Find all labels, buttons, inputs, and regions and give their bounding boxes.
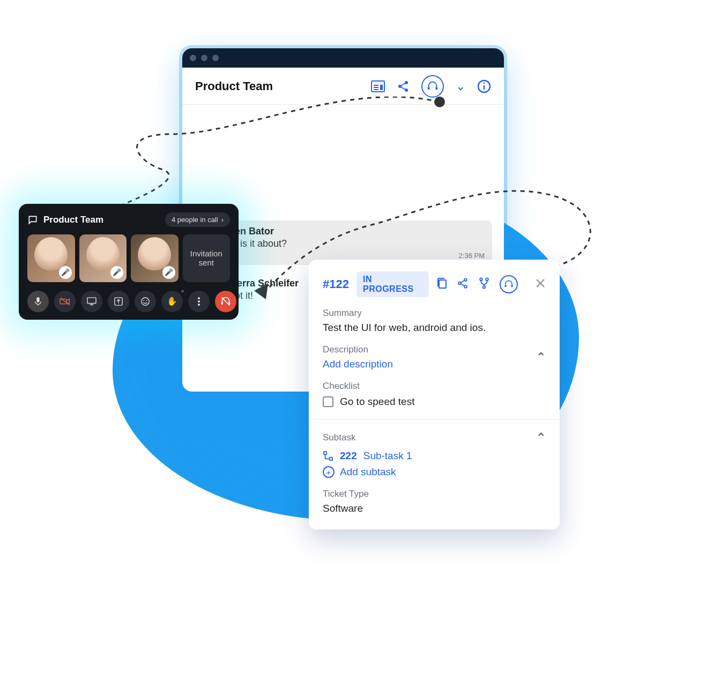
subtask-number: 222 [340, 450, 357, 462]
svg-point-30 [198, 297, 200, 299]
checklist-label: Checklist [323, 381, 546, 392]
mic-icon: 🎤 [162, 266, 175, 279]
svg-rect-8 [380, 85, 383, 90]
svg-rect-49 [324, 452, 326, 454]
subtask-label: Subtask [323, 432, 355, 443]
chevron-up-icon[interactable]: ⌃ [536, 350, 546, 364]
call-status-pill[interactable]: 4 people in call › [165, 212, 230, 227]
svg-point-11 [405, 89, 408, 92]
svg-line-12 [402, 84, 405, 86]
svg-point-29 [146, 300, 147, 301]
ticket-panel: #122 IN PROGRESS Summary Test the UI for… [309, 260, 560, 529]
ticket-id[interactable]: #122 [323, 277, 349, 291]
summary-label: Summary [323, 308, 546, 319]
svg-rect-50 [330, 458, 332, 460]
svg-point-27 [142, 297, 149, 305]
caret-up-icon: ^ [181, 290, 184, 296]
svg-rect-33 [221, 301, 223, 304]
chevron-up-icon[interactable]: ⌃ [536, 431, 546, 445]
participant-tile[interactable]: 🎤 [27, 234, 75, 282]
invitation-label: Invitation sent [183, 249, 231, 267]
window-title: Product Team [195, 79, 273, 93]
mic-icon: 🎤 [110, 266, 123, 279]
checklist-item-text: Go to speed test [340, 396, 414, 408]
checkbox[interactable] [323, 396, 333, 407]
window-header: Product Team ⌄ [182, 68, 504, 105]
call-headset-button[interactable] [421, 75, 444, 98]
svg-line-41 [460, 284, 464, 286]
svg-point-31 [198, 300, 200, 303]
add-subtask-label: Add subtask [340, 466, 396, 478]
svg-point-32 [198, 304, 200, 306]
window-dot [201, 55, 207, 61]
participant-tile[interactable]: 🎤 [79, 234, 127, 282]
svg-line-40 [460, 281, 464, 283]
svg-point-42 [480, 278, 482, 281]
svg-point-44 [483, 286, 486, 289]
svg-rect-45 [505, 285, 507, 288]
upload-button[interactable] [108, 291, 129, 312]
message-author: en Bator [235, 226, 485, 237]
invitation-tile: Invitation sent [183, 234, 231, 282]
plus-icon: + [323, 466, 335, 478]
description-label: Description [323, 344, 393, 355]
mic-icon: 🎤 [59, 266, 72, 279]
camera-off-button[interactable] [54, 291, 76, 312]
copy-icon[interactable] [436, 277, 447, 291]
subtask-row[interactable]: 222 Sub-task 1 [323, 450, 546, 462]
ticket-type-value: Software [323, 503, 546, 514]
add-subtask-button[interactable]: + Add subtask [323, 466, 546, 478]
ticket-status-badge[interactable]: IN PROGRESS [356, 271, 429, 297]
svg-rect-36 [439, 280, 446, 288]
svg-rect-23 [87, 297, 96, 303]
info-icon[interactable] [477, 79, 491, 93]
call-panel: Product Team 4 people in call › 🎤 🎤 🎤 In… [19, 204, 239, 320]
ticket-type-label: Ticket Type [323, 489, 546, 499]
close-icon[interactable] [535, 278, 546, 291]
svg-point-10 [405, 81, 408, 84]
share-icon[interactable] [397, 80, 410, 93]
subtask-icon [323, 451, 333, 461]
participant-tile[interactable]: 🎤 [131, 234, 179, 282]
call-status-text: 4 people in call [172, 216, 218, 224]
svg-point-43 [486, 278, 488, 281]
message-time: 2:36 PM [235, 252, 485, 260]
end-call-button[interactable] [215, 291, 236, 312]
emoji-button[interactable] [135, 291, 156, 312]
news-icon[interactable] [371, 80, 385, 92]
svg-point-28 [143, 300, 144, 301]
svg-rect-19 [36, 297, 39, 302]
more-button[interactable] [188, 291, 210, 312]
call-title: Product Team [43, 215, 103, 225]
divider [309, 419, 560, 420]
chevron-right-icon: › [221, 216, 224, 224]
raise-hand-button[interactable]: ✋^ [161, 291, 183, 312]
subtask-name: Sub-task 1 [363, 450, 412, 462]
svg-rect-14 [428, 87, 430, 90]
share-icon[interactable] [457, 277, 469, 291]
window-dot [190, 55, 196, 61]
message-text: t is it about? [235, 238, 485, 249]
chevron-down-icon[interactable]: ⌄ [456, 79, 465, 93]
svg-rect-15 [436, 87, 438, 90]
window-titlebar [182, 48, 504, 68]
window-dot [212, 55, 219, 61]
branch-icon[interactable] [478, 277, 490, 291]
svg-line-13 [402, 87, 405, 90]
screenshare-button[interactable] [81, 291, 102, 312]
mute-button[interactable] [27, 291, 49, 312]
add-description-link[interactable]: Add description [323, 358, 393, 370]
svg-rect-46 [511, 285, 513, 288]
chat-icon [27, 215, 38, 225]
headset-icon[interactable] [500, 275, 518, 293]
svg-point-9 [398, 85, 402, 88]
summary-text: Test the UI for web, android and ios. [323, 322, 546, 334]
svg-point-18 [484, 83, 485, 84]
